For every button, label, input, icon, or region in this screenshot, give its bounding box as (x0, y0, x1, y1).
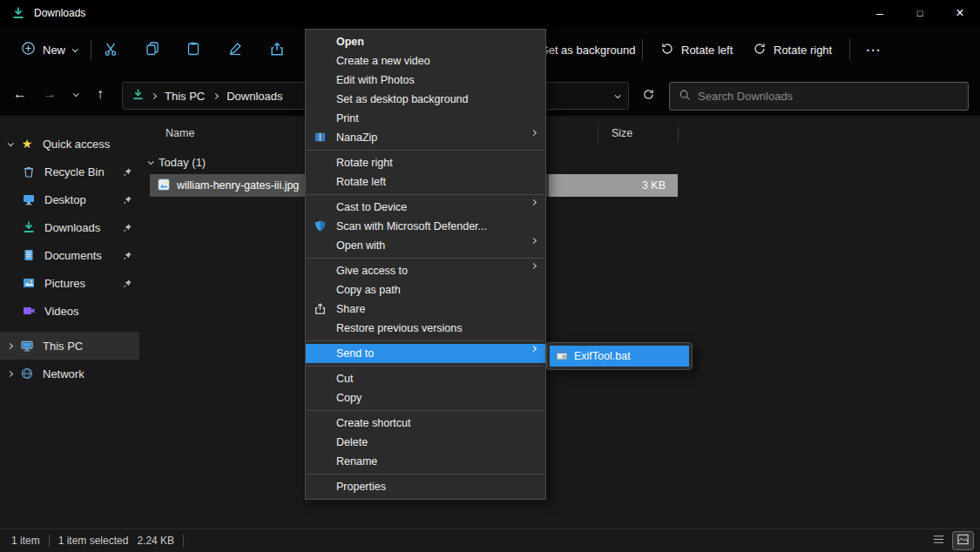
forward-button[interactable]: → (37, 81, 63, 107)
sidebar-item-this-pc[interactable]: This PC (0, 332, 139, 360)
sidebar-item-documents[interactable]: Documents (0, 241, 139, 269)
copy-button[interactable] (135, 34, 170, 65)
plus-circle-icon (21, 41, 36, 58)
toolbar-separator (91, 39, 91, 60)
rotate-left-button[interactable]: Rotate left (653, 34, 740, 65)
menu-item-open-with[interactable]: Open with (306, 236, 545, 255)
file-row-size-cell[interactable]: 3 KB (549, 174, 678, 197)
scissors-icon (103, 41, 118, 59)
menu-item-create-shortcut[interactable]: Create shortcut (306, 414, 545, 433)
rotate-left-label: Rotate left (681, 44, 733, 57)
this-pc-icon (19, 339, 35, 353)
menu-item-open[interactable]: Open (306, 32, 545, 51)
share-button[interactable] (260, 34, 294, 65)
breadcrumb-downloads[interactable]: Downloads (225, 90, 284, 103)
address-dropdown-chevron-icon[interactable] (615, 92, 621, 98)
column-separator[interactable] (678, 126, 679, 142)
chevron-down-icon[interactable] (141, 160, 159, 165)
close-button[interactable]: × (940, 0, 980, 26)
menu-item-restore-previous-versions[interactable]: Restore previous versions (306, 319, 545, 338)
thumbnail-view-button[interactable] (953, 532, 973, 549)
share-icon (269, 41, 285, 59)
menu-separator (307, 340, 544, 341)
desktop-icon (21, 192, 37, 206)
menu-item-edit-with-photos[interactable]: Edit with Photos (306, 71, 545, 90)
search-icon (679, 89, 691, 104)
pin-icon (123, 278, 132, 291)
refresh-button[interactable] (635, 83, 661, 109)
new-button[interactable]: New (12, 34, 85, 65)
cut-button[interactable] (93, 34, 128, 65)
document-icon (21, 248, 37, 262)
menu-separator (307, 194, 544, 195)
group-header-today[interactable]: Today (1) (139, 151, 206, 172)
window-title: Downloads (34, 7, 85, 19)
rotate-left-icon (660, 42, 674, 58)
pin-icon (123, 250, 132, 263)
file-explorer-window: { "colors": { "titlebar_bg": "#000000", … (0, 0, 980, 552)
pin-icon (123, 222, 132, 235)
chevron-down-icon (72, 46, 78, 52)
window-controls: – □ × (860, 0, 980, 26)
details-view-button[interactable] (929, 532, 949, 549)
toolbar-separator (849, 39, 850, 60)
menu-item-rename[interactable]: Rename (306, 452, 545, 471)
column-separator[interactable] (598, 126, 598, 142)
menu-item-set-as-desktop-background[interactable]: Set as desktop background (306, 90, 545, 109)
pictures-icon (21, 276, 37, 290)
menu-item-copy[interactable]: Copy (306, 388, 545, 407)
rotate-right-button[interactable]: Rotate right (746, 34, 839, 65)
menu-item-give-access-to[interactable]: Give access to (306, 261, 545, 280)
menu-item-create-a-new-video[interactable]: Create a new video (306, 51, 545, 71)
submenu-item-exiftool-bat[interactable]: ExifTool.bat (550, 346, 689, 367)
menu-item-cast-to-device[interactable]: Cast to Device (306, 198, 545, 217)
menu-item-send-to[interactable]: Send to (306, 344, 545, 363)
item-count: 1 item (11, 535, 40, 547)
menu-item-print[interactable]: Print (306, 109, 545, 128)
minimize-button[interactable]: – (860, 0, 900, 26)
selection-size: 2.24 KB (137, 535, 174, 547)
back-button[interactable]: ← (7, 81, 33, 107)
sidebar-item-quick-access[interactable]: ★ Quick access (0, 130, 139, 158)
pin-icon (123, 166, 132, 179)
menu-item-share[interactable]: Share (306, 300, 545, 319)
maximize-button[interactable]: □ (900, 0, 940, 26)
defender-shield-icon (314, 219, 327, 232)
set-as-background-button[interactable]: Set as background (534, 34, 642, 65)
menu-item-rotate-left[interactable]: Rotate left (306, 172, 545, 192)
file-size: 3 KB (642, 179, 666, 192)
chevron-down-icon[interactable] (0, 142, 19, 146)
menu-item-cut[interactable]: Cut (306, 369, 545, 388)
details-view-icon (932, 533, 945, 549)
up-arrow-icon: ↑ (97, 86, 104, 102)
menu-item-copy-as-path[interactable]: Copy as path (306, 280, 545, 300)
network-icon (19, 367, 35, 380)
column-header-name[interactable]: Name (166, 127, 194, 139)
rename-icon (227, 41, 243, 59)
menu-item-properties[interactable]: Properties (306, 477, 545, 496)
chevron-right-icon[interactable] (0, 372, 19, 376)
thumbnail-view-icon (956, 533, 970, 549)
sidebar-item-videos[interactable]: Videos (0, 297, 139, 325)
sidebar-item-network[interactable]: Network (0, 360, 139, 387)
breadcrumb-this-pc[interactable]: This PC (163, 90, 206, 103)
search-input[interactable] (698, 90, 959, 103)
sidebar-item-desktop[interactable]: Desktop (0, 185, 139, 213)
recent-locations-button[interactable] (64, 81, 85, 107)
menu-item-nanazip[interactable]: NanaZip (306, 128, 545, 147)
rename-button[interactable] (218, 34, 253, 65)
chevron-right-icon[interactable] (0, 344, 19, 348)
column-header-size[interactable]: Size (612, 127, 632, 139)
more-options-button[interactable]: ⋯ (855, 34, 890, 65)
sidebar-item-downloads[interactable]: Downloads (0, 213, 139, 241)
menu-separator (307, 150, 544, 151)
paste-button[interactable] (176, 34, 211, 65)
file-name: william-henry-gates-iii.jpg (177, 179, 299, 192)
title-bar: Downloads – □ × (0, 0, 980, 26)
menu-item-rotate-right[interactable]: Rotate right (306, 153, 545, 172)
sidebar-item-recycle-bin[interactable]: Recycle Bin (0, 158, 139, 185)
up-button[interactable]: ↑ (87, 81, 113, 107)
menu-item-delete[interactable]: Delete (306, 433, 545, 452)
menu-item-scan-with-microsoft-defender[interactable]: Scan with Microsoft Defender... (306, 217, 545, 236)
sidebar-item-pictures[interactable]: Pictures (0, 269, 139, 297)
